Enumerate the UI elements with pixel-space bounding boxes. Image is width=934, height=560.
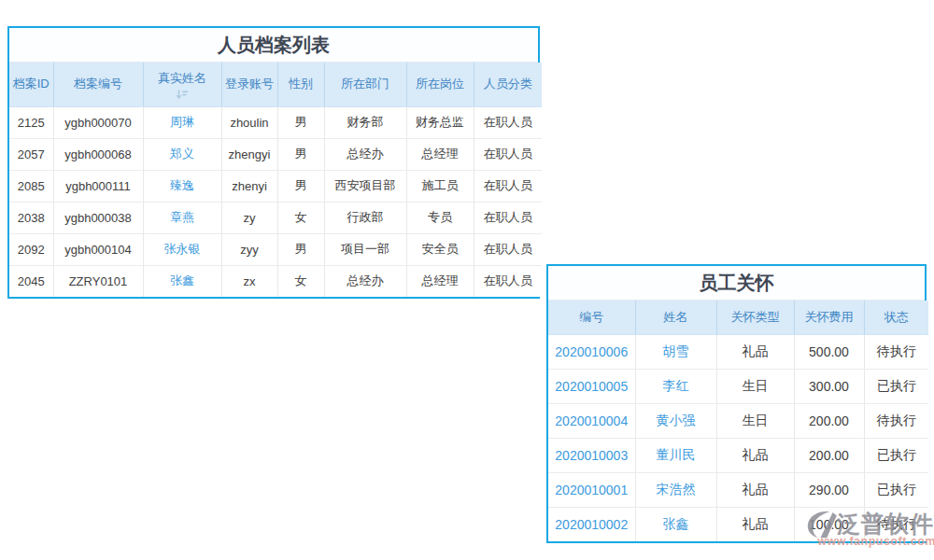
department-cell: 项目一部 (324, 233, 406, 265)
header-real-name-label: 真实姓名 (158, 71, 206, 86)
care-name-link[interactable]: 张鑫 (635, 507, 716, 541)
header-care-fee: 关怀费用 (794, 301, 864, 334)
table-row: 2020010003 董川民 礼品 200.00 已执行 (548, 438, 928, 472)
care-header-row: 编号 姓名 关怀类型 关怀费用 状态 (548, 301, 928, 334)
care-type-cell: 生日 (716, 403, 794, 438)
header-gender: 性别 (277, 63, 324, 106)
care-no-link[interactable]: 2020010005 (548, 369, 635, 403)
care-status-cell: 已执行 (864, 438, 928, 472)
archive-code-cell: ygbh000111 (53, 170, 143, 202)
real-name-link[interactable]: 郑义 (143, 138, 221, 170)
login-account-cell: zhoulin (221, 106, 277, 138)
care-no-link[interactable]: 2020010004 (548, 403, 635, 438)
archive-code-cell: ZZRY0101 (53, 265, 143, 297)
care-type-cell: 礼品 (716, 334, 794, 369)
real-name-link[interactable]: 章燕 (143, 202, 221, 233)
post-cell: 财务总监 (406, 106, 474, 138)
category-cell: 在职人员 (474, 233, 542, 265)
header-department: 所在部门 (324, 63, 406, 106)
department-cell: 行政部 (324, 202, 406, 233)
table-row: 2020010006 胡雪 礼品 500.00 待执行 (548, 334, 928, 369)
login-account-cell: zhenyi (221, 170, 277, 202)
table-row: 2020010004 黄小强 生日 200.00 待执行 (548, 403, 928, 438)
care-status-cell: 已执行 (864, 369, 928, 403)
header-care-name: 姓名 (635, 301, 716, 334)
care-type-cell: 礼品 (716, 438, 794, 472)
header-archive-code: 档案编号 (53, 63, 143, 106)
personnel-table: 档案ID 档案编号 真实姓名 (9, 63, 542, 297)
personnel-table-title: 人员档案列表 (9, 28, 538, 63)
category-cell: 在职人员 (474, 138, 542, 170)
login-account-cell: zx (221, 265, 277, 297)
post-cell: 总经理 (406, 138, 474, 170)
archive-id-cell: 2092 (9, 233, 53, 265)
header-care-type: 关怀类型 (716, 301, 794, 334)
care-type-cell: 生日 (716, 369, 794, 403)
archive-id-cell: 2038 (9, 202, 53, 233)
employee-care-panel: 员工关怀 编号 姓名 关怀类型 关怀费用 状态 2020010006 胡雪 礼品… (546, 264, 927, 543)
care-name-link[interactable]: 李红 (635, 369, 716, 403)
archive-code-cell: ygbh000104 (53, 233, 143, 265)
care-status-cell: 待执行 (864, 403, 928, 438)
care-fee-cell: 300.00 (794, 369, 864, 403)
care-status-cell: 待执行 (864, 507, 928, 541)
category-cell: 在职人员 (474, 202, 542, 233)
header-category: 人员分类 (474, 63, 542, 106)
table-row: 2045 ZZRY0101 张鑫 zx 女 总经办 总经理 在职人员 (9, 265, 542, 297)
archive-id-cell: 2085 (9, 170, 53, 202)
gender-cell: 女 (277, 265, 324, 297)
table-row: 2125 ygbh000070 周琳 zhoulin 男 财务部 财务总监 在职… (9, 106, 542, 138)
care-no-link[interactable]: 2020010001 (548, 472, 635, 507)
care-status-cell: 已执行 (864, 472, 928, 507)
table-row: 2038 ygbh000038 章燕 zy 女 行政部 专员 在职人员 (9, 202, 542, 233)
care-table: 编号 姓名 关怀类型 关怀费用 状态 2020010006 胡雪 礼品 500.… (548, 301, 928, 541)
category-cell: 在职人员 (474, 106, 542, 138)
header-real-name[interactable]: 真实姓名 (143, 63, 221, 106)
post-cell: 总经理 (406, 265, 474, 297)
care-no-link[interactable]: 2020010003 (548, 438, 635, 472)
care-fee-cell: 200.00 (794, 403, 864, 438)
care-table-title: 员工关怀 (548, 266, 925, 301)
care-type-cell: 礼品 (716, 507, 794, 541)
real-name-link[interactable]: 臻逸 (143, 170, 221, 202)
care-name-link[interactable]: 黄小强 (635, 403, 716, 438)
gender-cell: 男 (277, 233, 324, 265)
personnel-header-row: 档案ID 档案编号 真实姓名 (9, 63, 542, 106)
real-name-link[interactable]: 张永银 (143, 233, 221, 265)
gender-cell: 女 (277, 202, 324, 233)
gender-cell: 男 (277, 106, 324, 138)
care-name-link[interactable]: 董川民 (635, 438, 716, 472)
table-row: 2085 ygbh000111 臻逸 zhenyi 男 西安项目部 施工员 在职… (9, 170, 542, 202)
category-cell: 在职人员 (474, 265, 542, 297)
care-status-cell: 待执行 (864, 334, 928, 369)
sort-amount-icon[interactable] (176, 88, 189, 97)
header-care-status: 状态 (864, 301, 928, 334)
table-row: 2020010002 张鑫 礼品 100.00 待执行 (548, 507, 928, 541)
real-name-link[interactable]: 张鑫 (143, 265, 221, 297)
category-cell: 在职人员 (474, 170, 542, 202)
care-fee-cell: 290.00 (794, 472, 864, 507)
header-post: 所在岗位 (406, 63, 474, 106)
care-name-link[interactable]: 宋浩然 (635, 472, 716, 507)
header-login-account: 登录账号 (221, 63, 277, 106)
care-no-link[interactable]: 2020010006 (548, 334, 635, 369)
real-name-link[interactable]: 周琳 (143, 106, 221, 138)
login-account-cell: zyy (221, 233, 277, 265)
table-row: 2057 ygbh000068 郑义 zhengyi 男 总经办 总经理 在职人… (9, 138, 542, 170)
department-cell: 西安项目部 (324, 170, 406, 202)
post-cell: 施工员 (406, 170, 474, 202)
archive-code-cell: ygbh000038 (53, 202, 143, 233)
login-account-cell: zhengyi (221, 138, 277, 170)
archive-id-cell: 2125 (9, 106, 53, 138)
care-fee-cell: 200.00 (794, 438, 864, 472)
care-no-link[interactable]: 2020010002 (548, 507, 635, 541)
table-row: 2020010001 宋浩然 礼品 290.00 已执行 (548, 472, 928, 507)
care-name-link[interactable]: 胡雪 (635, 334, 716, 369)
archive-code-cell: ygbh000070 (53, 106, 143, 138)
personnel-archive-panel: 人员档案列表 档案ID 档案编号 真实姓名 (7, 26, 540, 299)
post-cell: 安全员 (406, 233, 474, 265)
department-cell: 财务部 (324, 106, 406, 138)
care-fee-cell: 100.00 (794, 507, 864, 541)
table-row: 2092 ygbh000104 张永银 zyy 男 项目一部 安全员 在职人员 (9, 233, 542, 265)
header-care-no: 编号 (548, 301, 635, 334)
